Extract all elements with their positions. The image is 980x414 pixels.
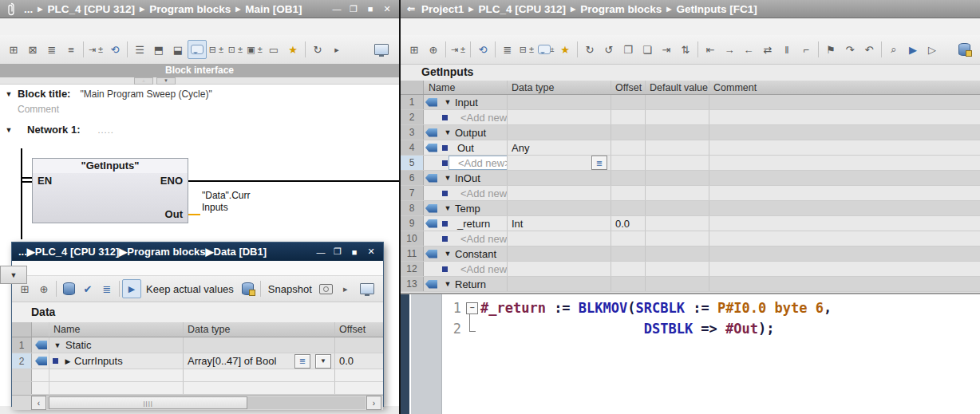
block-comment-row[interactable]: Comment bbox=[18, 104, 399, 115]
expand-all-icon[interactable]: ≣ bbox=[498, 40, 517, 59]
breadcrumb-item[interactable]: Program blocks bbox=[149, 3, 231, 15]
delete-network-icon[interactable]: ⊠ bbox=[23, 40, 42, 59]
breadcrumb-item[interactable]: GetInputs [FC1] bbox=[676, 3, 757, 15]
datatype-dropdown-button[interactable]: ▼ bbox=[315, 354, 331, 369]
step-forward-icon[interactable]: → bbox=[720, 40, 739, 59]
expander-icon[interactable]: ▼ bbox=[443, 174, 452, 182]
breadcrumb-item[interactable]: Program blocks bbox=[127, 246, 205, 258]
add-new-placeholder[interactable]: <Add new> bbox=[460, 233, 508, 245]
db-table-row-selected[interactable]: 2 ▶CurrInputs Array[0..47] of Bool≣▼ 0.0 bbox=[12, 353, 383, 369]
undo-icon[interactable]: ⟲ bbox=[105, 40, 124, 59]
comment-bubble-icon[interactable]: ± bbox=[536, 40, 555, 59]
float-button[interactable]: ❐ bbox=[348, 4, 359, 14]
keep-actual-values-button[interactable]: Keep actual values bbox=[146, 283, 234, 295]
add-row-icon[interactable]: ⊕ bbox=[34, 279, 53, 298]
code-line[interactable]: 1 − #_return := BLKMOV(SRCBLK := P#I0.0 … bbox=[444, 298, 832, 318]
column-header-default[interactable]: Default value bbox=[646, 81, 709, 94]
breadcrumb-item[interactable]: Data [DB1] bbox=[214, 246, 267, 258]
load-start-values-icon[interactable] bbox=[59, 279, 78, 298]
breadcrumb-item[interactable]: Main [OB1] bbox=[245, 3, 302, 15]
goto-prev-error-icon[interactable]: ↺ bbox=[599, 40, 618, 59]
breadcrumb-item[interactable]: Project1 bbox=[421, 3, 464, 15]
breadcrumb-item[interactable]: PLC_4 [CPU 312] bbox=[47, 3, 135, 15]
back-icon[interactable]: ⇐ bbox=[407, 3, 415, 14]
add-new-placeholder[interactable]: <Add new> bbox=[460, 112, 508, 124]
getinputs-call-block[interactable]: "GetInputs" EN ENO Out bbox=[32, 158, 188, 223]
favorites-icon[interactable]: ★ bbox=[555, 40, 575, 59]
breadcrumb-item[interactable]: PLC_4 [CPU 312] bbox=[35, 246, 119, 258]
next-bookmark-icon[interactable]: ↷ bbox=[840, 40, 859, 59]
splitter-collapse-icon[interactable]: ▲ bbox=[134, 77, 153, 85]
network-comment-dots[interactable]: ..... bbox=[97, 125, 113, 135]
table-row[interactable]: 8▼Temp bbox=[401, 201, 980, 216]
breadcrumb-item[interactable]: ... bbox=[18, 246, 27, 258]
minimize-button[interactable]: — bbox=[315, 247, 326, 257]
out-pin[interactable]: Out bbox=[165, 208, 183, 220]
name-edit-field[interactable]: <Add new> bbox=[449, 156, 508, 170]
datatype-cell[interactable]: Int bbox=[508, 216, 611, 231]
expander-icon[interactable]: ▼ bbox=[443, 204, 452, 212]
network-header-row[interactable]: ▼ Network 1: ..... bbox=[0, 124, 399, 136]
add-new-placeholder[interactable]: <Add new> bbox=[460, 263, 508, 275]
step-back-icon[interactable]: ← bbox=[739, 40, 758, 59]
find-icon[interactable]: ⌕ bbox=[884, 40, 903, 59]
show-absolute-operands-icon[interactable]: ☰ bbox=[130, 40, 149, 59]
scroll-right-button[interactable]: › bbox=[366, 396, 381, 410]
goto-next-error-icon[interactable]: ↻ bbox=[580, 40, 599, 59]
column-header-name[interactable]: Name bbox=[49, 322, 184, 337]
data-db1-window[interactable]: ... ▶ PLC_4 [CPU 312] ▶ Program blocks ▶… bbox=[11, 242, 384, 407]
datatype-picker-button[interactable]: ≣ bbox=[294, 354, 310, 369]
expander-icon[interactable]: ▼ bbox=[443, 98, 452, 106]
expander-icon[interactable]: ▼ bbox=[443, 280, 452, 288]
minimize-button[interactable]: — bbox=[331, 4, 342, 14]
snapshot-button[interactable]: Snapshot bbox=[268, 283, 312, 295]
more-icon[interactable]: ▸ bbox=[327, 40, 346, 59]
goto-first-icon[interactable]: ⇤ bbox=[701, 40, 720, 59]
scl-code-editor[interactable]: 1 − #_return := BLKMOV(SRCBLK := P#I0.0 … bbox=[401, 293, 980, 414]
network-titles-icon[interactable]: ⬓ bbox=[168, 40, 188, 59]
db-horizontal-scrollbar[interactable]: ‹ |||| › bbox=[12, 395, 383, 410]
db-empty-row[interactable] bbox=[12, 369, 383, 382]
scrollbar-thumb[interactable]: |||| bbox=[49, 396, 247, 409]
expand-members-icon[interactable]: ≣ bbox=[97, 279, 117, 298]
branch-icon[interactable]: ⌐ bbox=[796, 40, 816, 59]
snapshot-more-icon[interactable]: ▸ bbox=[336, 279, 355, 298]
datatype-picker-button[interactable]: ≣ bbox=[591, 156, 607, 170]
float-button[interactable]: ❐ bbox=[332, 246, 343, 257]
table-row[interactable]: 6▼InOut bbox=[401, 171, 980, 186]
db-empty-row[interactable] bbox=[12, 382, 383, 395]
splitter-expand-icon[interactable]: ▼ bbox=[156, 77, 176, 85]
column-header-offset[interactable]: Offset bbox=[611, 81, 646, 94]
close-button[interactable]: ✕ bbox=[381, 4, 393, 14]
table-row[interactable]: 12<Add new> bbox=[401, 262, 980, 277]
sync-icon[interactable]: ⇅ bbox=[676, 40, 695, 59]
table-row[interactable]: 13▼Return bbox=[401, 277, 980, 292]
expander-icon[interactable]: ▼ bbox=[53, 341, 62, 349]
code-body[interactable]: 1 − #_return := BLKMOV(SRCBLK := P#I0.0 … bbox=[444, 298, 832, 339]
call-block-name[interactable]: "GetInputs" bbox=[33, 159, 188, 173]
collapse-icon[interactable]: ▼ bbox=[3, 126, 14, 134]
en-pin[interactable]: EN bbox=[38, 175, 52, 187]
interface-splitter[interactable]: ▲ ▼ bbox=[0, 77, 399, 85]
prev-bookmark-icon[interactable]: ↶ bbox=[859, 40, 879, 59]
table-row[interactable]: 11▼Constant bbox=[401, 246, 980, 262]
table-row-selected[interactable]: 5<Add new>≣ bbox=[401, 156, 980, 171]
expander-icon[interactable]: ▼ bbox=[443, 250, 452, 258]
column-header-datatype[interactable]: Data type bbox=[508, 81, 611, 94]
breadcrumb-item[interactable]: Program blocks bbox=[580, 3, 662, 15]
insert-assign-icon[interactable]: ▣ ± bbox=[245, 40, 264, 59]
column-header-comment[interactable]: Comment bbox=[709, 81, 980, 94]
fold-toggle-icon[interactable]: − bbox=[466, 302, 478, 314]
insert-and-box-icon[interactable]: ⊟ ± bbox=[207, 40, 226, 59]
expander-icon[interactable]: ▼ bbox=[443, 128, 452, 136]
scrollbar-track[interactable]: |||| bbox=[47, 396, 366, 409]
apply-values-icon[interactable]: ✔ bbox=[78, 279, 97, 298]
table-row[interactable]: 3▼Output bbox=[401, 125, 980, 140]
member-name[interactable]: CurrInputs bbox=[74, 355, 123, 367]
maximize-button[interactable]: ■ bbox=[365, 4, 376, 14]
table-row[interactable]: 9_returnInt0.0 bbox=[401, 216, 980, 231]
table-row[interactable]: 4OutAny bbox=[401, 140, 980, 156]
interface-box-icon[interactable]: ⊟ ± bbox=[517, 40, 536, 59]
collapsed-dropdown-button[interactable]: ▼ bbox=[0, 266, 27, 284]
copy-snapshot-icon[interactable]: ❐ bbox=[618, 40, 638, 59]
